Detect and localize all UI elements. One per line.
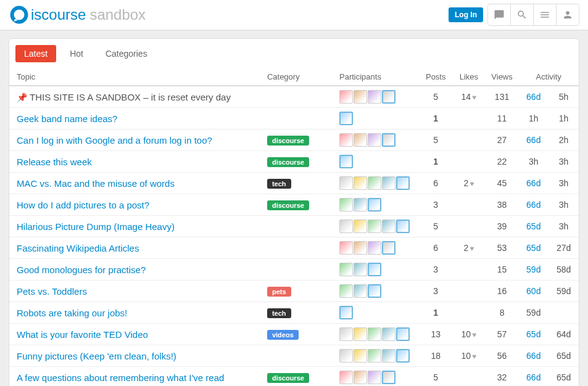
avatar[interactable]: [354, 241, 367, 255]
activity-last[interactable]: 65d: [549, 345, 579, 367]
category-badge[interactable]: discourse: [267, 373, 309, 383]
posts-count[interactable]: 3: [419, 194, 452, 216]
avatar[interactable]: [382, 349, 395, 363]
category-badge[interactable]: videos: [267, 330, 299, 340]
topic-title-link[interactable]: Release this week: [17, 157, 92, 167]
col-header-posts[interactable]: Posts: [419, 68, 452, 86]
likes-count[interactable]: [452, 281, 486, 302]
activity-first[interactable]: 66d: [518, 194, 549, 216]
likes-count[interactable]: [452, 302, 486, 324]
likes-count[interactable]: 2♥: [452, 237, 486, 259]
activity-first[interactable]: 59d: [518, 259, 549, 281]
posts-count[interactable]: 13: [419, 324, 452, 345]
topic-title-link[interactable]: Geek band name ideas?: [17, 113, 117, 124]
activity-last[interactable]: 5h: [549, 86, 579, 108]
avatar[interactable]: [382, 241, 395, 255]
topic-title-link[interactable]: Funny pictures (Keep 'em clean, folks!): [17, 351, 176, 361]
views-count[interactable]: 56: [486, 345, 519, 367]
activity-last[interactable]: 3h: [549, 216, 579, 237]
avatar[interactable]: [339, 263, 353, 276]
activity-last[interactable]: 2h: [549, 129, 579, 151]
col-header-likes[interactable]: Likes: [452, 68, 486, 86]
likes-count[interactable]: [452, 108, 486, 129]
avatar[interactable]: [354, 284, 367, 298]
posts-count[interactable]: 1: [419, 302, 452, 324]
likes-count[interactable]: 2♥: [452, 173, 486, 194]
topic-title-link[interactable]: What is your favorite TED Video: [17, 329, 148, 340]
views-count[interactable]: 53: [486, 237, 519, 259]
login-button[interactable]: Log In: [449, 7, 483, 22]
avatar[interactable]: [368, 327, 381, 341]
col-header-participants[interactable]: Participants: [334, 68, 419, 86]
topic-title-link[interactable]: Robots are taking our jobs!: [17, 308, 127, 318]
avatar[interactable]: [339, 198, 353, 211]
avatar[interactable]: [382, 371, 395, 384]
category-badge[interactable]: tech: [267, 308, 291, 318]
avatar[interactable]: [339, 155, 353, 168]
avatar[interactable]: [368, 220, 381, 233]
topic-title-link[interactable]: Pets vs. Toddlers: [17, 286, 87, 297]
likes-count[interactable]: [452, 259, 486, 281]
activity-last[interactable]: 64d: [549, 324, 579, 345]
avatar[interactable]: [368, 241, 381, 255]
activity-last[interactable]: 3h: [549, 151, 579, 173]
site-logo[interactable]: iscourse sandbox: [9, 4, 146, 25]
topic-title-link[interactable]: Hilarious Picture Dump (Image Heavy): [17, 221, 175, 232]
avatar[interactable]: [339, 284, 353, 298]
col-header-activity[interactable]: Activity: [518, 68, 579, 86]
activity-last[interactable]: 59d: [549, 281, 579, 302]
avatar[interactable]: [368, 263, 381, 276]
avatar[interactable]: [354, 220, 367, 233]
avatar[interactable]: [339, 349, 353, 363]
tab-hot[interactable]: Hot: [61, 45, 92, 62]
posts-count[interactable]: 5: [419, 216, 452, 237]
likes-count[interactable]: 10♥: [452, 324, 486, 345]
topic-title-link[interactable]: MAC vs. Mac and the misuse of words: [17, 178, 175, 189]
likes-count[interactable]: [452, 151, 486, 173]
avatar[interactable]: [354, 90, 367, 104]
posts-count[interactable]: 18: [419, 345, 452, 367]
posts-count[interactable]: 1: [419, 108, 452, 129]
views-count[interactable]: 11: [486, 108, 519, 129]
user-icon[interactable]: [556, 4, 579, 26]
posts-count[interactable]: 3: [419, 259, 452, 281]
activity-first[interactable]: 1h: [518, 108, 549, 129]
activity-last[interactable]: 27d: [549, 237, 579, 259]
avatar[interactable]: [354, 133, 367, 147]
avatar[interactable]: [339, 306, 353, 319]
avatar[interactable]: [368, 133, 381, 147]
views-count[interactable]: 32: [486, 367, 519, 387]
posts-count[interactable]: 5: [419, 129, 452, 151]
likes-count[interactable]: 14♥: [452, 86, 486, 108]
avatar[interactable]: [396, 349, 410, 363]
views-count[interactable]: 27: [486, 129, 519, 151]
views-count[interactable]: 57: [486, 324, 519, 345]
avatar[interactable]: [354, 371, 367, 384]
activity-first[interactable]: 66d: [518, 173, 549, 194]
likes-count[interactable]: [452, 216, 486, 237]
views-count[interactable]: 38: [486, 194, 519, 216]
avatar[interactable]: [339, 220, 353, 233]
views-count[interactable]: 22: [486, 151, 519, 173]
col-header-topic[interactable]: Topic: [9, 68, 262, 86]
activity-first[interactable]: 65d: [518, 237, 549, 259]
avatar[interactable]: [339, 112, 353, 125]
avatar[interactable]: [354, 349, 367, 363]
avatar[interactable]: [368, 349, 381, 363]
activity-first[interactable]: 66d: [518, 345, 549, 367]
search-icon[interactable]: [510, 4, 534, 26]
activity-last[interactable]: 58d: [549, 259, 579, 281]
chat-icon[interactable]: [487, 4, 511, 26]
views-count[interactable]: 131: [486, 86, 519, 108]
views-count[interactable]: 15: [486, 259, 519, 281]
activity-first[interactable]: 59d: [518, 302, 549, 324]
activity-first[interactable]: 66d: [518, 86, 549, 108]
avatar[interactable]: [396, 176, 410, 190]
posts-count[interactable]: 6: [419, 173, 452, 194]
topic-title-link[interactable]: Good monologues for practise?: [17, 265, 146, 275]
likes-count[interactable]: [452, 194, 486, 216]
likes-count[interactable]: 10♥: [452, 345, 486, 367]
activity-last[interactable]: 1h: [549, 108, 579, 129]
views-count[interactable]: 39: [486, 216, 519, 237]
posts-count[interactable]: 6: [419, 237, 452, 259]
